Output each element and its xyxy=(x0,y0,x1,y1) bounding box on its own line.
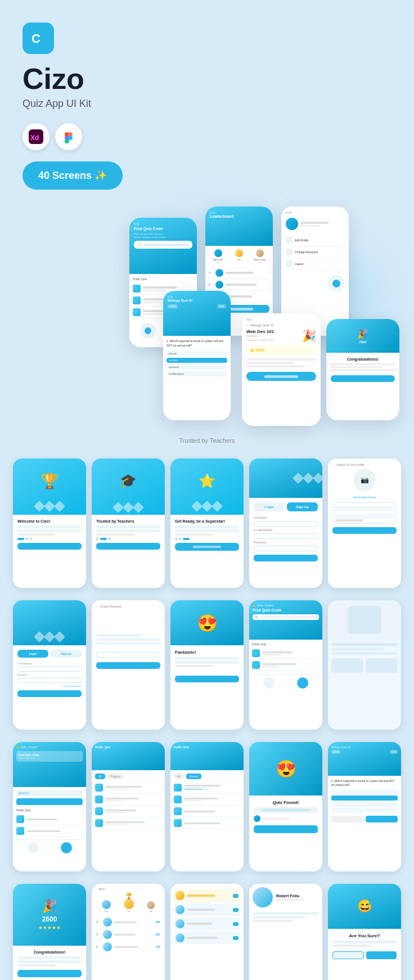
screen-getready: ⭐ Get Ready, be a Superstar! xyxy=(170,458,244,588)
screen-welcome: 🏆 Welcome to Cizo! xyxy=(13,458,86,588)
screen-quiz-question: Biology Quiz XI 10:30 3/10 1. Which orga… xyxy=(328,742,401,871)
xd-badge: Xd xyxy=(22,123,50,150)
app-subtitle: Quiz App UI Kit xyxy=(22,98,91,110)
tool-badges: Xd xyxy=(22,123,82,150)
screen-profile-blurred xyxy=(328,600,401,730)
auth-row: Login Sign Up E-mail Address Password Fo… xyxy=(0,596,414,734)
hero-section: 9:41 Find Quiz Code Enter the quiz code … xyxy=(0,201,414,448)
screen-score-ranking: → → → → xyxy=(170,884,244,980)
results-row: 🎉 2600 ★★★★★ Congratulations! ← Back 2nd… xyxy=(0,879,414,980)
onboarding-row: 🏆 Welcome to Cizo! 🎓 Trusted by Teachers xyxy=(0,454,414,592)
header-section: C Cizo Quiz App UI Kit Xd 40 Screens ✨ xyxy=(0,0,414,201)
svg-point-7 xyxy=(65,139,69,143)
home-quiz-row: 👋 Hello, Robert! Find Quiz Code Enter co… xyxy=(0,738,414,876)
screen-fantastic: 😍 Fantastic! xyxy=(170,600,244,730)
screen-public-quiz-recent: Public Quiz All Recent Posted 3 hrs ago xyxy=(170,742,244,871)
screen-setup-profile: ← Setting Up Your Profile 📷 Add Profile … xyxy=(328,458,401,588)
screen-login: Login Sign Up E-mail Address Password Fo… xyxy=(13,600,86,730)
screen-trusted: 🎓 Trusted by Teachers xyxy=(92,458,165,588)
hero-phone-5: 9:41 ← Biology Quiz XI Web Dev 101 10 it… xyxy=(242,313,321,426)
screen-find-quiz: 👋 Hello, Robert! Find Quiz Code Enter co… xyxy=(13,742,86,871)
logo-svg: C xyxy=(29,29,47,47)
svg-text:C: C xyxy=(32,32,40,46)
trusted-label: Trusted by Teachers xyxy=(179,437,235,444)
hero-phone-4: 9:41 Biology Quiz XI 10:30 3/10 1. Which… xyxy=(163,291,231,420)
app-title: Cizo xyxy=(22,64,84,93)
screen-home: 👋 Hello, Robert! Find Quiz Code Public Q… xyxy=(249,600,322,730)
hero-phone-congrats: 🎉 2600 Congratulations! xyxy=(326,319,399,420)
screen-are-you-sure: 😅 Are You Sure? xyxy=(328,884,401,980)
screen-auth: Login Sign Up Full Name E-mail Address P… xyxy=(249,458,322,588)
logo-icon: C xyxy=(22,23,54,54)
screens-button[interactable]: 40 Screens ✨ xyxy=(22,161,123,190)
screen-forgot-password: ← Forgot Password xyxy=(92,600,165,730)
screen-quiz-found: 😍 Quiz Found! xyxy=(249,742,322,871)
svg-point-8 xyxy=(68,136,73,140)
screen-congrats: 🎉 2600 ★★★★★ Congratulations! xyxy=(13,884,86,980)
svg-text:Xd: Xd xyxy=(30,134,39,142)
screen-profile: Robert Foliu xyxy=(249,884,322,980)
screen-leaderboard: ← Back 2nd 🏆 1st 3rd 4 xyxy=(92,884,165,980)
screen-public-quiz-all: Public Quiz All Popular xyxy=(92,742,165,871)
figma-badge xyxy=(55,123,82,150)
